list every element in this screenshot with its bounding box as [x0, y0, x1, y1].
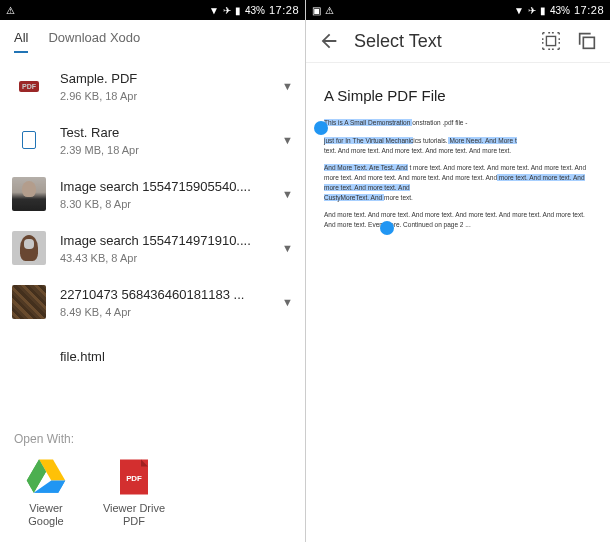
- file-icon: [22, 131, 36, 149]
- warning-icon: ⚠: [325, 5, 334, 16]
- file-name: 22710473 568436460181183 ...: [60, 287, 268, 302]
- file-row[interactable]: PDF Sample. PDF 2.96 KB, 18 Apr ▼: [0, 59, 305, 113]
- file-list: PDF Sample. PDF 2.96 KB, 18 Apr ▼ Test. …: [0, 59, 305, 383]
- tab-all[interactable]: All: [14, 30, 28, 53]
- app-drive-pdf-viewer[interactable]: PDF Viewer Drive PDF: [102, 456, 166, 528]
- doc-text: onstration .pdf file -: [412, 119, 467, 126]
- file-row[interactable]: file.html: [0, 329, 305, 383]
- airplane-icon: ✈: [528, 5, 536, 16]
- tab-download-xodo[interactable]: Download Xodo: [48, 30, 140, 53]
- file-name: Image search 1554714971910....: [60, 233, 268, 248]
- selected-text[interactable]: CustyMoreText. And: [324, 194, 384, 201]
- chevron-down-icon[interactable]: ▼: [282, 296, 293, 308]
- wifi-icon: ▼: [514, 5, 524, 16]
- chevron-down-icon[interactable]: ▼: [282, 80, 293, 92]
- file-meta: 8.49 KB, 4 Apr: [60, 306, 268, 318]
- selected-text[interactable]: just for In The Virtual Mechanic: [324, 137, 413, 144]
- image-icon: ▣: [312, 5, 321, 16]
- document-title: A Simple PDF File: [324, 87, 592, 104]
- clock: 17:28: [574, 4, 604, 16]
- svg-rect-9: [583, 37, 594, 48]
- image-thumbnail: [12, 231, 46, 265]
- status-bar-right: ▣ ⚠ ▼ ✈ ▮ 43% 17:28: [306, 0, 610, 20]
- file-meta: 43.43 KB, 8 Apr: [60, 252, 268, 264]
- battery-icon: ▮: [540, 5, 546, 16]
- select-text-toolbar: Select Text: [306, 20, 610, 62]
- battery-icon: ▮: [235, 5, 241, 16]
- document-viewport[interactable]: A Simple PDF File This is A Small Demons…: [306, 62, 610, 542]
- open-with-title: Open With:: [14, 432, 291, 446]
- selected-text[interactable]: This is A Small Demonstration: [324, 119, 412, 126]
- svg-rect-8: [546, 36, 555, 45]
- file-name: Image search 1554715905540....: [60, 179, 268, 194]
- airplane-icon: ✈: [223, 5, 231, 16]
- select-all-icon[interactable]: [540, 30, 562, 52]
- file-row[interactable]: Image search 1554715905540.... 8.30 KB, …: [0, 167, 305, 221]
- chevron-down-icon[interactable]: ▼: [282, 134, 293, 146]
- battery-pct: 43%: [550, 5, 570, 16]
- clock: 17:28: [269, 4, 299, 16]
- image-thumbnail: [12, 285, 46, 319]
- copy-icon[interactable]: [576, 30, 598, 52]
- chevron-down-icon[interactable]: ▼: [282, 242, 293, 254]
- warning-icon: ⚠: [6, 5, 15, 16]
- open-with-sheet: Open With: Viewer Google: [0, 422, 305, 542]
- document-body[interactable]: This is A Small Demonstration onstration…: [324, 118, 592, 230]
- selected-text[interactable]: And More Text. Are Test. And: [324, 164, 408, 171]
- wifi-icon: ▼: [209, 5, 219, 16]
- doc-text: ics tutorials.: [413, 137, 447, 144]
- battery-pct: 43%: [245, 5, 265, 16]
- back-arrow-icon[interactable]: [318, 30, 340, 52]
- doc-text: And more text. And more text. And more t…: [324, 211, 585, 228]
- file-name: Sample. PDF: [60, 71, 268, 86]
- file-meta: 2.96 KB, 18 Apr: [60, 90, 268, 102]
- google-drive-icon: [25, 456, 67, 498]
- app-label: Viewer Drive PDF: [102, 502, 166, 528]
- doc-text: more text.: [384, 194, 413, 201]
- selection-start-handle[interactable]: [314, 121, 328, 135]
- pdf-icon: PDF: [19, 81, 39, 92]
- doc-text: text. And more text. And more text. And …: [324, 147, 511, 154]
- file-name: Test. Rare: [60, 125, 268, 140]
- file-row[interactable]: Image search 1554714971910.... 43.43 KB,…: [0, 221, 305, 275]
- file-name: file.html: [60, 349, 293, 364]
- app-google-drive-viewer[interactable]: Viewer Google: [14, 456, 78, 528]
- svg-text:PDF: PDF: [126, 473, 142, 482]
- toolbar-title: Select Text: [354, 31, 526, 52]
- file-row[interactable]: 22710473 568436460181183 ... 8.49 KB, 4 …: [0, 275, 305, 329]
- pdf-app-icon: PDF: [113, 456, 155, 498]
- file-meta: 8.30 KB, 8 Apr: [60, 198, 268, 210]
- app-label: Viewer Google: [14, 502, 78, 528]
- selection-end-handle[interactable]: [380, 221, 394, 235]
- chevron-down-icon[interactable]: ▼: [282, 188, 293, 200]
- image-thumbnail: [12, 177, 46, 211]
- file-meta: 2.39 MB, 18 Apr: [60, 144, 268, 156]
- selected-text[interactable]: More Need. And More t: [448, 137, 517, 144]
- status-bar-left: ⚠ ▼ ✈ ▮ 43% 17:28: [0, 0, 305, 20]
- tab-bar: All Download Xodo: [0, 20, 305, 59]
- file-row[interactable]: Test. Rare 2.39 MB, 18 Apr ▼: [0, 113, 305, 167]
